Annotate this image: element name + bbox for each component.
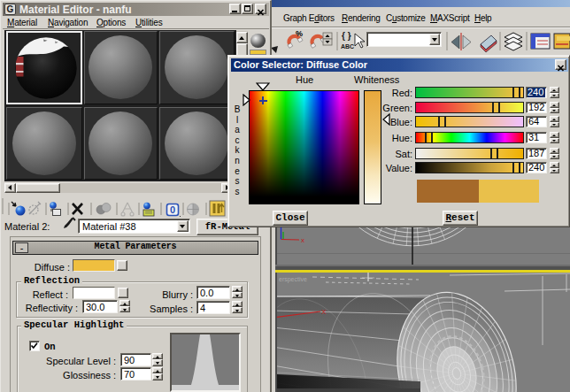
svg-text:erspective: erspective (279, 276, 307, 283)
svg-text:x: x (301, 236, 304, 244)
svg-text:{ }: { } (342, 31, 351, 41)
svg-text:ABC: ABC (341, 43, 354, 50)
svg-text:0: 0 (170, 204, 175, 215)
svg-text:%: % (296, 29, 303, 38)
svg-text:X: X (321, 308, 327, 316)
